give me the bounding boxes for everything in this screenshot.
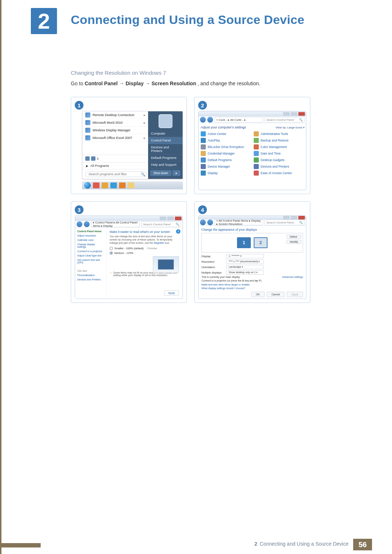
shutdown-button[interactable]: Shut down: [150, 170, 171, 176]
make-text-larger-link[interactable]: Make text and other items larger or smal…: [201, 283, 303, 286]
cp-item[interactable]: Administrative Tools: [254, 131, 305, 136]
what-settings-link[interactable]: What display settings should I choose?: [201, 287, 303, 290]
search-input[interactable]: Search Control Panel: [265, 219, 305, 225]
identify-button[interactable]: Identify: [286, 240, 301, 244]
orientation-dropdown[interactable]: Landscape: [226, 265, 264, 269]
magnifier-link[interactable]: Magnifier: [154, 242, 164, 244]
start-orb-icon[interactable]: [84, 182, 91, 189]
step-3-badge: 3: [75, 205, 83, 214]
cp-item[interactable]: Backup and Restore: [254, 138, 305, 143]
start-menu-right-item[interactable]: Default Programs: [148, 155, 183, 161]
gadgets-icon: [254, 157, 259, 163]
cp-item[interactable]: BitLocker Drive Encryption: [201, 144, 252, 149]
footer-chapter-number: 2: [254, 541, 257, 547]
window-close-button[interactable]: [298, 112, 305, 116]
cp-item-label: Ease of Access Center: [261, 171, 292, 175]
start-menu-item-label: Microsoft Word 2010: [93, 121, 123, 124]
footer-chapter-title: Connecting and Using a Source Device: [260, 541, 348, 547]
start-menu-right-item[interactable]: Computer: [148, 130, 183, 137]
detect-button[interactable]: Detect: [286, 235, 301, 239]
cp-item[interactable]: Desktop Gadgets: [254, 157, 305, 163]
window-maximize-button[interactable]: [291, 112, 297, 116]
window-minimize-button[interactable]: [283, 216, 290, 219]
start-menu-item[interactable]: Microsoft Office Excel 2007▸: [82, 134, 148, 142]
sidebar-link[interactable]: Devices and Printers: [77, 278, 104, 281]
sidebar-link[interactable]: Change display settings: [77, 243, 104, 248]
cp-item-display[interactable]: Display: [201, 171, 252, 176]
cp-item[interactable]: Date and Time: [254, 151, 305, 156]
text-size-radio-small[interactable]: Smaller - 100% (default) Preview: [110, 247, 180, 250]
cp-item[interactable]: Device Manager: [201, 164, 252, 169]
cp-item[interactable]: Default Programs: [201, 157, 252, 163]
nav-forward-button[interactable]: [207, 219, 213, 225]
nav-forward-button[interactable]: [84, 221, 90, 227]
clock-icon: [254, 151, 259, 156]
start-menu-item[interactable]: Microsoft Word 2010▸: [82, 119, 148, 127]
arrow-icon: →: [145, 81, 152, 86]
breadcrumb[interactable]: ▸ Control Panel ▸ All Control Panel Item…: [91, 221, 140, 227]
sidebar-link[interactable]: Adjust ClearType text: [77, 254, 104, 257]
window-close-button[interactable]: [175, 217, 181, 220]
start-menu-right-item-control-panel[interactable]: Control Panel: [148, 137, 183, 144]
cp-item[interactable]: Devices and Printers: [254, 164, 305, 169]
all-programs-button[interactable]: All Programs: [82, 162, 148, 169]
app-icon: [85, 120, 90, 125]
sidebar-link[interactable]: Calibrate color: [77, 239, 104, 241]
cp-item[interactable]: AutoPlay: [201, 138, 252, 143]
nav-forward-button[interactable]: [207, 117, 213, 123]
search-input[interactable]: Search Control Panel: [141, 221, 181, 227]
text-size-radio-medium[interactable]: Medium - 125%: [110, 251, 180, 255]
search-input[interactable]: Search Control Panel: [265, 117, 305, 123]
cp-item[interactable]: Credential Manager: [201, 151, 252, 156]
sidebar-link[interactable]: Connect to a projector: [77, 250, 104, 253]
ok-button[interactable]: OK: [251, 292, 265, 297]
cp-item[interactable]: Action Center: [201, 131, 252, 136]
credential-icon: [201, 151, 206, 156]
nav-back-button[interactable]: [200, 117, 206, 123]
breadcrumb[interactable]: « Cont... ▸ All Contr... ▸: [215, 117, 263, 123]
display-dropdown[interactable]: 1. ********: [226, 254, 264, 258]
sidebar-link[interactable]: Personalization: [77, 274, 104, 276]
monitor-2-tile[interactable]: 2: [254, 237, 268, 248]
taskbar-ie-icon[interactable]: [110, 182, 117, 188]
monitor-arrangement-box[interactable]: 1 2 Detect Identify: [201, 233, 303, 253]
taskbar-media-icon[interactable]: [119, 182, 126, 188]
monitor-1-tile[interactable]: 1: [237, 237, 251, 248]
nav-back-button[interactable]: [200, 219, 206, 225]
shutdown-options-button[interactable]: ▸: [172, 170, 180, 176]
advanced-settings-link[interactable]: Advanced settings: [282, 276, 303, 278]
resolution-dropdown[interactable]: **** x **** (recommended): [226, 259, 264, 264]
screen-resolution-body: Change the appearance of your displays 1…: [199, 226, 306, 299]
window-maximize-button[interactable]: [167, 217, 174, 220]
window-maximize-button[interactable]: [291, 216, 297, 219]
step-3-panel: 3 ▸ Control Panel ▸ All Control Panel It…: [71, 201, 187, 303]
start-menu-item[interactable]: Wireless Display Manager: [82, 127, 148, 134]
view-by-dropdown[interactable]: View by: Large icons: [275, 126, 305, 129]
taskbar-app-icon[interactable]: [93, 182, 99, 188]
sidebar-link-adjust-resolution[interactable]: Adjust resolution: [77, 234, 104, 237]
taskbar-explorer-icon[interactable]: [128, 182, 134, 188]
start-menu-right-item[interactable]: Help and Support: [148, 161, 183, 168]
window-close-button[interactable]: [298, 216, 305, 219]
apply-button[interactable]: Apply: [164, 290, 179, 296]
taskbar-app-icon[interactable]: [102, 182, 108, 188]
start-menu-search-input[interactable]: [85, 171, 147, 177]
start-menu-pinned-row[interactable]: s: [82, 155, 148, 162]
start-menu-right-item[interactable]: Devices and Printers: [148, 144, 183, 155]
nav-back-button[interactable]: [77, 221, 82, 227]
sidebar-link[interactable]: Set custom text size (DPI): [77, 259, 104, 264]
multiple-displays-dropdown[interactable]: Show desktop only on 1: [226, 270, 264, 275]
cp-item[interactable]: Color Management: [254, 144, 305, 149]
window-minimize-button[interactable]: [283, 112, 290, 116]
start-menu-item[interactable]: Remote Desktop Connection▸: [82, 111, 148, 119]
display-main: ? Make it easier to read what's on your …: [107, 228, 183, 299]
start-menu-item-label: Wireless Display Manager: [93, 128, 131, 132]
cancel-button[interactable]: Cancel: [267, 292, 285, 297]
info-icon[interactable]: ?: [176, 229, 180, 234]
apply-button[interactable]: Apply: [287, 292, 303, 297]
connect-projector-link[interactable]: Connect to a projector: [201, 279, 226, 282]
window-minimize-button[interactable]: [160, 217, 166, 220]
cp-item-label: Devices and Printers: [261, 165, 289, 168]
breadcrumb[interactable]: « All Control Panel Items ▸ Display ▸ Sc…: [215, 219, 263, 225]
cp-item[interactable]: Ease of Access Center: [254, 171, 305, 176]
